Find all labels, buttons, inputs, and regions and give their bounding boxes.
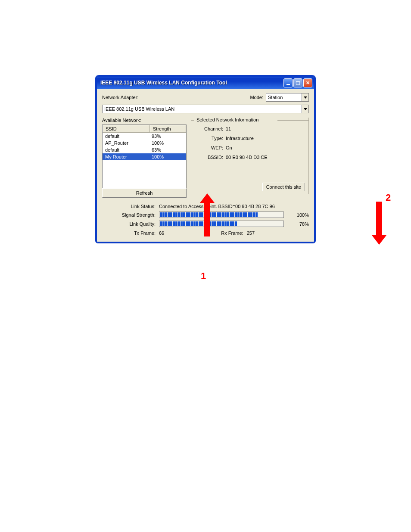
list-header: SSID Strength	[103, 125, 186, 133]
window-title: IEEE 802.11g USB Wireless LAN Configurat…	[100, 80, 283, 86]
adapter-select[interactable]: IEEE 802.11g USB Wireless LAN	[102, 105, 309, 113]
annotation-number-1: 1	[201, 271, 206, 282]
signal-strength-label: Signal Strength:	[102, 212, 156, 218]
selected-network-info-group: Selected Network Information Channel: 11…	[191, 118, 309, 194]
network-strength: 63%	[152, 147, 184, 152]
rx-frame-label: Rx Frame:	[221, 230, 243, 236]
wep-label: WEP:	[199, 145, 223, 150]
mode-value: Station	[268, 95, 283, 100]
client-area: Network Adapter: Mode: Station IEEE 802.…	[97, 89, 314, 242]
col-ssid[interactable]: SSID	[103, 125, 150, 133]
available-network-panel: Available Network: SSID Strength default…	[102, 118, 187, 198]
channel-value: 11	[226, 126, 231, 131]
connect-this-site-button[interactable]: Connect this site	[262, 183, 305, 191]
close-button[interactable]: ✕	[303, 78, 312, 87]
mode-select[interactable]: Station	[266, 93, 309, 102]
available-network-label: Available Network:	[102, 118, 187, 123]
network-list[interactable]: SSID Strength default93%AP_Router100%def…	[102, 124, 187, 188]
rx-frame-value: 257	[247, 230, 273, 236]
minimize-button[interactable]	[283, 78, 293, 87]
titlebar[interactable]: IEEE 802.11g USB Wireless LAN Configurat…	[97, 77, 314, 89]
signal-strength-pct: 100%	[287, 212, 309, 218]
maximize-button	[293, 78, 302, 87]
adapter-mode-row: Network Adapter: Mode: Station	[102, 93, 309, 102]
link-quality-label: Link Quality:	[102, 221, 156, 227]
tx-frame-value: 66	[159, 230, 185, 236]
channel-label: Channel:	[199, 126, 223, 131]
network-strength: 100%	[152, 154, 184, 159]
network-ssid: default	[105, 134, 152, 139]
wep-value: On	[226, 145, 232, 150]
col-strength[interactable]: Strength	[150, 125, 186, 133]
group-title: Selected Network Information	[195, 117, 260, 122]
type-value: Infrastructure	[226, 136, 254, 141]
chevron-down-icon	[302, 93, 308, 101]
config-tool-window: IEEE 802.11g USB Wireless LAN Configurat…	[96, 75, 315, 243]
bssid-value: 00 E0 98 4D D3 CE	[226, 155, 268, 160]
window-controls: ✕	[283, 78, 312, 87]
network-row[interactable]: My Router100%	[103, 153, 186, 160]
link-quality-bar	[159, 221, 284, 227]
link-status-label: Link Status:	[102, 204, 156, 209]
network-strength: 100%	[152, 140, 184, 146]
annotation-number-2: 2	[386, 192, 391, 203]
network-row[interactable]: AP_Router100%	[103, 140, 186, 146]
link-quality-pct: 78%	[287, 221, 309, 227]
network-ssid: My Router	[105, 154, 152, 159]
status-block: Link Status: Connected to Access Point. …	[102, 204, 309, 236]
mode-label: Mode:	[250, 95, 263, 100]
network-ssid: AP_Router	[105, 140, 152, 146]
minimize-icon	[286, 84, 290, 85]
tx-frame-label: Tx Frame:	[102, 230, 156, 236]
network-row[interactable]: default93%	[103, 133, 186, 140]
close-icon: ✕	[306, 80, 310, 86]
chevron-down-icon	[302, 105, 308, 113]
refresh-button[interactable]: Refresh	[102, 188, 187, 198]
maximize-icon	[296, 81, 300, 85]
network-ssid: default	[105, 147, 152, 152]
type-label: Type:	[199, 136, 223, 141]
link-status-value: Connected to Access Point. BSSID=00 90 4…	[159, 204, 275, 209]
network-strength: 93%	[152, 134, 184, 139]
signal-strength-bar	[159, 212, 284, 218]
network-adapter-label: Network Adapter:	[102, 95, 138, 100]
adapter-value: IEEE 802.11g USB Wireless LAN	[104, 106, 174, 112]
bssid-label: BSSID:	[199, 155, 223, 160]
network-row[interactable]: default63%	[103, 146, 186, 153]
